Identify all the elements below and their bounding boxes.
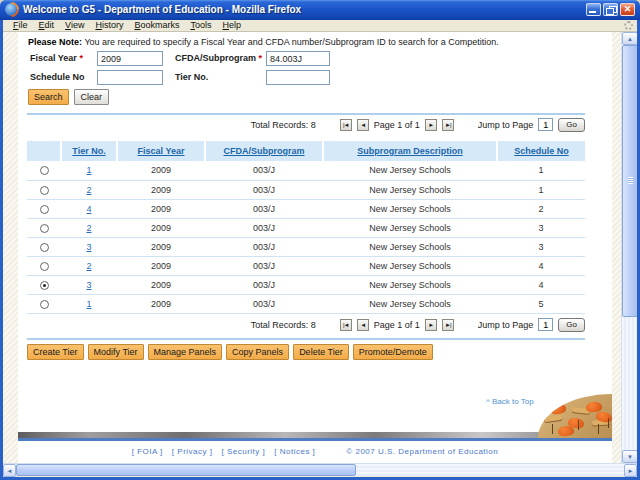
foia-link[interactable]: [ FOIA ] (132, 447, 163, 456)
first-page-icon[interactable]: |◄ (340, 319, 352, 331)
page-content: Please Note: You are required to specify… (18, 32, 612, 463)
back-to-top-link[interactable]: ^ Back to Top (486, 397, 534, 406)
please-note-label: Please Note: (28, 37, 82, 47)
throbber-icon (624, 21, 633, 30)
tier-link[interactable]: 4 (86, 204, 91, 214)
please-note-text: Please Note: You are required to specify… (28, 37, 499, 47)
modify-tier-button[interactable]: Modify Tier (88, 344, 144, 360)
row-radio[interactable] (40, 243, 49, 252)
menu-tools[interactable]: Tools (185, 20, 216, 31)
promote-demote-button[interactable]: Promote/Demote (353, 344, 433, 360)
restore-icon[interactable] (603, 3, 618, 16)
menu-view[interactable]: View (60, 20, 89, 31)
results-table: Tier No. Fiscal Year CFDA/Subprogram Sub… (27, 141, 585, 314)
tier-no-label: Tier No. (175, 72, 208, 82)
tier-link[interactable]: 1 (86, 299, 91, 309)
menu-bookmarks[interactable]: Bookmarks (129, 20, 184, 31)
table-row: 2 2009 003/J New Jersey Schools 3 (27, 218, 585, 237)
table-row: 1 2009 003/J New Jersey Schools 5 (27, 294, 585, 313)
page-viewport: Please Note: You are required to specify… (3, 32, 637, 463)
required-asterisk: * (259, 53, 263, 63)
go-button[interactable]: Go (558, 118, 585, 132)
footer: [ FOIA ] [ Privacy ] [ Security ] [ Noti… (18, 447, 612, 456)
table-row: 2 2009 003/J New Jersey Schools 4 (27, 256, 585, 275)
go-button[interactable]: Go (558, 318, 585, 332)
menu-edit[interactable]: Edit (34, 20, 60, 31)
table-row: 3 2009 003/J New Jersey Schools 3 (27, 237, 585, 256)
next-page-icon[interactable]: ► (425, 119, 437, 131)
notices-link[interactable]: [ Notices ] (274, 447, 315, 456)
window-title: Welcome to G5 - Department of Education … (23, 0, 301, 20)
delete-tier-button[interactable]: Delete Tier (293, 344, 349, 360)
fiscal-year-field[interactable] (97, 51, 163, 66)
prev-page-icon[interactable]: ◄ (357, 119, 369, 131)
next-page-icon[interactable]: ► (425, 319, 437, 331)
fiscal-year-label: Fiscal Year * (30, 53, 83, 63)
tier-link[interactable]: 2 (86, 185, 91, 195)
scroll-up-icon[interactable]: ▲ (622, 32, 637, 45)
sort-schedule[interactable]: Schedule No (514, 146, 569, 156)
schedule-no-field[interactable] (97, 70, 163, 85)
row-radio[interactable] (40, 166, 49, 175)
clear-button[interactable]: Clear (74, 89, 110, 105)
tier-link[interactable]: 3 (86, 280, 91, 290)
prev-page-icon[interactable]: ◄ (357, 319, 369, 331)
action-button-bar: Create Tier Modify Tier Manage Panels Co… (27, 344, 433, 360)
pagination-top: Total Records: 8 |◄ ◄ Page 1 of 1 ► ►| J… (251, 117, 585, 132)
row-radio[interactable] (40, 262, 49, 271)
classroom-photo (538, 394, 612, 438)
sort-cfda[interactable]: CFDA/Subprogram (224, 146, 305, 156)
caret-up-icon: ^ (486, 397, 490, 406)
scroll-left-icon[interactable]: ◄ (3, 464, 16, 477)
menu-help[interactable]: Help (217, 20, 246, 31)
first-page-icon[interactable]: |◄ (340, 119, 352, 131)
sort-description[interactable]: Subprogram Description (357, 146, 463, 156)
tier-link[interactable]: 1 (86, 165, 91, 175)
tier-no-field[interactable] (266, 70, 330, 85)
sort-fiscal-year[interactable]: Fiscal Year (138, 146, 185, 156)
search-button[interactable]: Search (28, 89, 69, 105)
row-radio[interactable] (40, 186, 49, 195)
row-radio[interactable] (40, 281, 49, 290)
tier-link[interactable]: 2 (86, 223, 91, 233)
copy-panels-button[interactable]: Copy Panels (226, 344, 289, 360)
jump-to-page-label: Jump to Page (478, 320, 534, 330)
tier-link[interactable]: 3 (86, 242, 91, 252)
close-icon[interactable]: ✕ (620, 3, 635, 16)
vertical-scrollbar[interactable]: ▲ ▼ (621, 32, 637, 463)
page-indicator: Page 1 of 1 (374, 320, 420, 330)
row-radio[interactable] (40, 205, 49, 214)
divider (27, 338, 585, 340)
row-radio[interactable] (40, 300, 49, 309)
jump-to-page-input[interactable] (538, 118, 553, 131)
minimize-icon[interactable] (586, 3, 601, 16)
menu-history[interactable]: History (90, 20, 128, 31)
sort-tier-no[interactable]: Tier No. (72, 146, 105, 156)
pagination-bottom: Total Records: 8 |◄ ◄ Page 1 of 1 ► ►| J… (251, 317, 585, 332)
privacy-link[interactable]: [ Privacy ] (172, 447, 213, 456)
last-page-icon[interactable]: ►| (442, 319, 454, 331)
row-radio[interactable] (40, 224, 49, 233)
required-asterisk: * (79, 53, 83, 63)
scroll-right-icon[interactable]: ► (624, 464, 637, 477)
table-header-row: Tier No. Fiscal Year CFDA/Subprogram Sub… (27, 141, 585, 161)
title-bar: Welcome to G5 - Department of Education … (0, 0, 640, 20)
menu-file[interactable]: File (8, 20, 33, 31)
security-link[interactable]: [ Security ] (221, 447, 265, 456)
last-page-icon[interactable]: ►| (442, 119, 454, 131)
jump-to-page-label: Jump to Page (478, 120, 534, 130)
scroll-down-icon[interactable]: ▼ (622, 450, 637, 463)
cfda-field[interactable] (266, 51, 330, 66)
tier-link[interactable]: 2 (86, 261, 91, 271)
horizontal-scrollbar-thumb[interactable] (16, 464, 356, 476)
table-row: 4 2009 003/J New Jersey Schools 2 (27, 199, 585, 218)
menu-bar: File Edit View History Bookmarks Tools H… (3, 20, 637, 32)
manage-panels-button[interactable]: Manage Panels (148, 344, 223, 360)
horizontal-scrollbar[interactable]: ◄ ► (3, 463, 637, 476)
cfda-label: CFDA/Subprogram * (175, 53, 262, 63)
create-tier-button[interactable]: Create Tier (27, 344, 84, 360)
window-body: File Edit View History Bookmarks Tools H… (0, 20, 640, 480)
vertical-scrollbar-thumb[interactable] (622, 45, 637, 317)
jump-to-page-input[interactable] (538, 318, 553, 331)
table-row: 1 2009 003/J New Jersey Schools 1 (27, 161, 585, 180)
